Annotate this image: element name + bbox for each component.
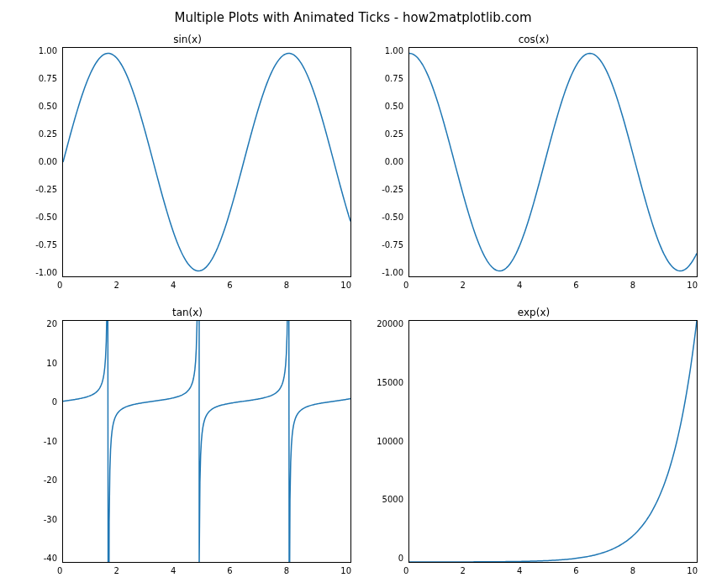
subplot-sin: sin(x) 1.00 0.75 0.50 0.25 0.00 -0.25 -0…: [24, 34, 351, 290]
x-ticks: 0 2 4 6 8 10: [370, 277, 698, 290]
subplot-cos: cos(x) 1.00 0.75 0.50 0.25 0.00 -0.25 -0…: [370, 34, 698, 290]
plot-area: [62, 47, 351, 277]
subplot-title: sin(x): [24, 34, 351, 47]
plot-area: [408, 47, 698, 277]
line-series-cos: [409, 48, 697, 276]
y-ticks: 20000 15000 10000 5000 0: [370, 320, 408, 563]
line-series-exp: [409, 321, 697, 562]
line-series-tan: [63, 321, 350, 562]
x-ticks: 0 2 4 6 8 10: [24, 277, 351, 290]
subplot-title: exp(x): [370, 307, 698, 320]
plot-area: [408, 320, 698, 563]
subplot-title: tan(x): [24, 307, 351, 320]
x-ticks: 0 2 4 6 8 10: [370, 563, 698, 575]
y-ticks: 1.00 0.75 0.50 0.25 0.00 -0.25 -0.50 -0.…: [370, 47, 408, 277]
plot-area: [62, 320, 351, 563]
y-ticks: 1.00 0.75 0.50 0.25 0.00 -0.25 -0.50 -0.…: [24, 47, 62, 277]
line-series-sin: [63, 48, 350, 276]
figure: Multiple Plots with Animated Ticks - how…: [0, 0, 706, 588]
y-ticks: 20 10 0 -10 -20 -30 -40: [24, 320, 62, 563]
x-ticks: 0 2 4 6 8 10: [24, 563, 351, 575]
subplot-exp: exp(x) 20000 15000 10000 5000 0 0 2 4 6 …: [370, 307, 698, 575]
figure-suptitle: Multiple Plots with Animated Ticks - how…: [0, 10, 706, 25]
subplot-tan: tan(x) 20 10 0 -10 -20 -30 -40 0 2 4 6 8…: [24, 307, 351, 575]
subplot-title: cos(x): [370, 34, 698, 47]
